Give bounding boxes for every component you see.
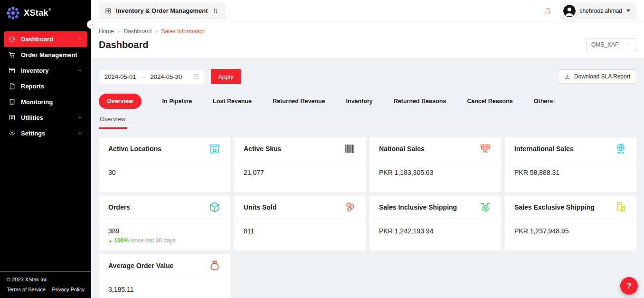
shipping-scale-icon — [479, 201, 492, 213]
tab-cancel-reasons[interactable]: Cancel Reasons — [467, 98, 513, 105]
sidebar-item-inventory[interactable]: Inventory — [4, 63, 87, 78]
card-title: Orders — [108, 203, 130, 211]
metric-card-national-sales: National SalesPKR 1,183,305.63 — [369, 137, 501, 192]
date-to-input[interactable]: 2024-05-30 — [151, 73, 182, 80]
download-sla-report-button[interactable]: Download SLA Report — [558, 69, 636, 84]
cube-icon — [208, 201, 221, 213]
breadcrumb-separator: > — [155, 29, 158, 34]
metric-cards-grid: Active Locations30Active Skus21,077Natio… — [99, 137, 636, 298]
card-value: PKR 58,888.31 — [514, 169, 627, 176]
store-select[interactable]: OMS_XAP — [586, 38, 636, 51]
sidebar-item-monitoring[interactable]: Monitoring — [4, 94, 87, 110]
metric-card-active-skus: Active Skus21,077 — [234, 137, 366, 192]
download-icon — [564, 74, 570, 80]
workspace-label: Inventory & Order Management — [116, 7, 208, 14]
storefront-icon — [208, 143, 221, 155]
workspace-switcher[interactable]: Inventory & Order Management — [99, 3, 225, 19]
apply-button[interactable]: Apply — [211, 69, 241, 84]
swap-vertical-icon — [212, 8, 219, 14]
trend-percent: 100% — [114, 237, 129, 244]
sidebar-item-reports[interactable]: Reports — [4, 78, 87, 94]
subtab-overview[interactable]: Overview — [99, 115, 127, 129]
page-title: Dashboard — [99, 39, 148, 50]
logo-text: XStak® — [24, 8, 51, 18]
sidebar-footer: © 2023 XStak Inc. Terms of Service Priva… — [0, 271, 91, 298]
sidebar-item-label: Settings — [21, 130, 72, 137]
card-title: Units Sold — [244, 203, 276, 211]
cubes-icon — [344, 201, 356, 213]
dashboard-tabs: OverviewIn PipelineLost RevenueReturned … — [99, 94, 636, 109]
chevron-down-icon — [77, 68, 83, 73]
metric-card-orders: Orders389▲ 100% since last 30 days — [99, 196, 230, 250]
sidebar: XStak® DashboardOrder ManagementInventor… — [0, 0, 91, 298]
card-title: International Sales — [514, 145, 573, 153]
breadcrumb: Home > Dashboard > Sales Information — [91, 22, 644, 36]
privacy-policy-link[interactable]: Privacy Policy — [52, 287, 85, 292]
main-area: Inventory & Order Management shehrooz ah… — [91, 0, 644, 298]
breadcrumb-sales-information: Sales Information — [161, 28, 206, 35]
card-value: 30 — [108, 169, 221, 176]
filter-toolbar: 2024-05-01 → 2024-05-30 Apply Download S… — [99, 69, 636, 84]
metric-card-sales-inclusive-shipping: Sales Inclusive ShippingPKR 1,242,193.94 — [369, 196, 501, 250]
tab-inventory[interactable]: Inventory — [346, 98, 373, 105]
card-value: PKR 1,237,948.95 — [514, 227, 627, 235]
metric-card-active-locations: Active Locations30 — [99, 137, 230, 192]
store-sales-icon — [479, 143, 492, 155]
chevron-down-icon — [626, 10, 630, 12]
tab-returned-revenue[interactable]: Returned Revenue — [273, 98, 325, 105]
date-from-input[interactable]: 2024-05-01 — [104, 73, 136, 80]
inventory-icon — [9, 67, 16, 74]
trend-text: since last 30 days — [130, 237, 175, 244]
trend-up-icon: ▲ — [108, 239, 113, 243]
cart-icon — [9, 51, 16, 58]
sidebar-item-label: Dashboard — [21, 36, 72, 43]
sidebar-item-utilities[interactable]: Utilities — [4, 110, 87, 125]
sidebar-collapse-toggle[interactable]: ‹ › — [87, 20, 96, 29]
money-bag-icon — [208, 260, 221, 272]
metric-card-international-sales: International SalesPKR 58,888.31 — [505, 137, 636, 192]
breadcrumb-dashboard[interactable]: Dashboard — [123, 28, 152, 35]
utilities-icon — [9, 114, 16, 121]
grid-icon — [105, 8, 112, 14]
sidebar-item-dashboard[interactable]: Dashboard — [4, 31, 87, 47]
download-label: Download SLA Report — [574, 73, 630, 80]
tab-lost-revenue[interactable]: Lost Revenue — [213, 98, 252, 105]
sidebar-item-settings[interactable]: Settings — [4, 125, 87, 141]
xstak-logo-icon — [7, 7, 19, 19]
card-value: 21,077 — [244, 169, 356, 176]
sidebar-item-label: Utilities — [21, 114, 72, 121]
settings-icon — [9, 130, 16, 137]
arrow-right-icon: → — [141, 73, 146, 80]
card-title: National Sales — [379, 145, 425, 153]
terms-of-service-link[interactable]: Terms of Service — [7, 287, 46, 292]
notification-bell-icon[interactable] — [544, 7, 552, 15]
sidebar-item-label: Monitoring — [21, 98, 83, 106]
calendar-icon — [193, 73, 199, 80]
card-trend: ▲ 100% since last 30 days — [108, 237, 221, 244]
user-menu[interactable]: shehrooz ahmad — [560, 2, 636, 19]
globe-cart-icon — [615, 143, 627, 155]
metric-card-sales-exclusive-shipping: Sales Exclusive ShippingPKR 1,237,948.95 — [505, 196, 636, 250]
top-bar: Inventory & Order Management shehrooz ah… — [91, 0, 644, 22]
sidebar-item-label: Order Management — [21, 51, 83, 58]
tab-returned-reasons[interactable]: Returned Reasons — [394, 98, 446, 105]
tab-in-pipeline[interactable]: In Pipeline — [162, 98, 192, 105]
copyright-text: © 2023 XStak Inc. — [7, 277, 85, 282]
help-button[interactable]: ? — [620, 277, 638, 295]
reports-icon — [9, 83, 16, 90]
tab-overview[interactable]: Overview — [99, 94, 142, 109]
chevron-down-icon — [77, 131, 83, 136]
chevron-down-icon — [77, 115, 83, 120]
tab-others[interactable]: Others — [534, 98, 553, 105]
card-title: Sales Inclusive Shipping — [379, 203, 457, 211]
date-range-picker[interactable]: 2024-05-01 → 2024-05-30 — [99, 69, 205, 84]
sidebar-item-order-management[interactable]: Order Management — [4, 47, 87, 63]
chevron-down-icon — [77, 37, 83, 42]
subtab-bar: Overview — [99, 115, 636, 129]
monitoring-icon — [9, 98, 16, 106]
app-logo[interactable]: XStak® — [0, 0, 91, 24]
card-value: 811 — [244, 227, 356, 235]
breadcrumb-separator: > — [117, 29, 120, 34]
card-value: PKR 1,242,193.94 — [379, 227, 492, 235]
breadcrumb-home[interactable]: Home — [99, 28, 114, 35]
